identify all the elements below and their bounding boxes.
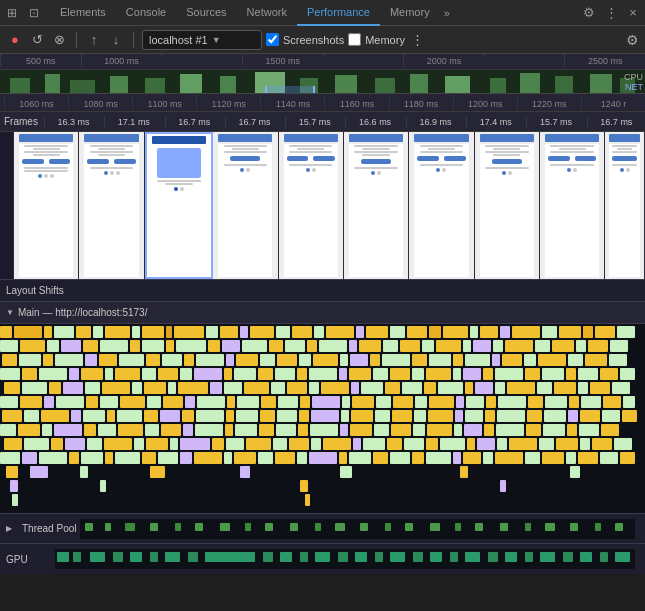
- tab-elements[interactable]: Elements: [50, 0, 116, 26]
- svg-rect-164: [271, 382, 285, 394]
- tab-console[interactable]: Console: [116, 0, 176, 26]
- svg-rect-399: [338, 552, 348, 562]
- thread-pool-section[interactable]: ▶ Thread Pool: [0, 514, 645, 544]
- svg-rect-391: [150, 552, 158, 562]
- svg-rect-245: [568, 410, 578, 422]
- svg-rect-405: [450, 552, 458, 562]
- svg-rect-344: [600, 452, 618, 464]
- svg-rect-86: [2, 354, 17, 366]
- more-options-icon[interactable]: ⋮: [603, 5, 619, 21]
- svg-rect-234: [351, 410, 373, 422]
- screenshot-thumb-1[interactable]: [79, 132, 144, 279]
- timeline-overview[interactable]: 500 ms 1000 ms 1500 ms 2000 ms 2500 ms: [0, 54, 645, 94]
- screenshot-thumb-2[interactable]: [145, 132, 213, 279]
- svg-rect-406: [465, 552, 480, 562]
- svg-rect-135: [339, 368, 347, 380]
- svg-rect-414: [615, 552, 630, 562]
- frames-label: Frames: [4, 116, 38, 127]
- svg-rect-112: [502, 354, 522, 366]
- upload-button[interactable]: ↑: [85, 31, 103, 49]
- frame-time-0: 16.3 ms: [44, 117, 102, 127]
- screenshot-thumb-6[interactable]: [409, 132, 474, 279]
- url-dropdown-icon[interactable]: ▼: [212, 35, 221, 45]
- tab-performance[interactable]: Performance: [297, 0, 380, 26]
- screenshots-checkbox[interactable]: [266, 33, 279, 46]
- svg-rect-62: [166, 340, 174, 352]
- svg-rect-59: [100, 340, 128, 352]
- svg-rect-54: [0, 340, 18, 352]
- svg-rect-352: [460, 466, 468, 478]
- svg-rect-27: [132, 326, 140, 338]
- svg-rect-304: [467, 438, 475, 450]
- svg-rect-204: [415, 396, 427, 408]
- svg-rect-370: [290, 523, 298, 531]
- screenshot-thumb-5[interactable]: [344, 132, 409, 279]
- svg-rect-407: [488, 552, 498, 562]
- svg-rect-367: [220, 523, 230, 531]
- svg-rect-32: [220, 326, 238, 338]
- svg-rect-248: [622, 410, 637, 422]
- collapse-triangle-icon[interactable]: ▼: [6, 308, 14, 317]
- svg-rect-354: [10, 480, 18, 492]
- screenshot-thumb-4[interactable]: [279, 132, 344, 279]
- svg-rect-278: [567, 424, 577, 436]
- devtools-icon-2[interactable]: ⊡: [26, 5, 42, 21]
- svg-rect-392: [165, 552, 180, 562]
- svg-rect-100: [277, 354, 297, 366]
- capture-settings-icon[interactable]: ⋮: [409, 31, 427, 49]
- tab-memory[interactable]: Memory: [380, 0, 440, 26]
- svg-rect-162: [224, 382, 242, 394]
- svg-rect-85: [610, 340, 628, 352]
- svg-rect-56: [47, 340, 59, 352]
- screenshot-thumb-9[interactable]: [605, 132, 645, 279]
- more-tabs-button[interactable]: »: [440, 7, 454, 19]
- download-button[interactable]: ↓: [107, 31, 125, 49]
- svg-rect-170: [385, 382, 400, 394]
- svg-rect-165: [287, 382, 307, 394]
- svg-rect-60: [130, 340, 140, 352]
- svg-rect-201: [352, 396, 374, 408]
- detail-tick-3: 1120 ms: [196, 94, 260, 112]
- memory-checkbox[interactable]: [348, 33, 361, 46]
- screenshot-thumb-7[interactable]: [475, 132, 540, 279]
- record-button[interactable]: ●: [6, 31, 24, 49]
- ruler-tick-3: 1500 ms: [242, 54, 323, 66]
- svg-rect-72: [359, 340, 381, 352]
- screenshots-checkbox-label[interactable]: Screenshots: [266, 33, 344, 46]
- url-selector[interactable]: localhost #1 ▼: [142, 30, 262, 50]
- clear-button[interactable]: ⊗: [50, 31, 68, 49]
- detail-tick-6: 1180 ms: [389, 94, 453, 112]
- svg-rect-31: [206, 326, 218, 338]
- svg-rect-271: [427, 424, 452, 436]
- tab-sources[interactable]: Sources: [176, 0, 236, 26]
- svg-rect-220: [83, 410, 105, 422]
- timeline-selection[interactable]: [265, 86, 315, 94]
- detail-tick-4: 1140 ms: [260, 94, 324, 112]
- toolbar-gear-icon[interactable]: ⚙: [626, 32, 639, 48]
- svg-rect-229: [260, 410, 275, 422]
- gpu-section[interactable]: GPU: [0, 544, 645, 574]
- thread-pool-collapse-icon[interactable]: ▶: [0, 524, 12, 533]
- settings-icon[interactable]: ⚙: [581, 5, 597, 21]
- gpu-label: GPU: [0, 554, 50, 565]
- svg-rect-386: [57, 552, 69, 562]
- cpu-overview-bar[interactable]: CPU NET: [0, 70, 645, 94]
- svg-rect-402: [390, 552, 405, 562]
- screenshot-thumb-0[interactable]: [14, 132, 79, 279]
- tab-network[interactable]: Network: [237, 0, 297, 26]
- main-thread-flame-chart[interactable]: [0, 324, 645, 514]
- screenshots-strip[interactable]: [0, 132, 645, 280]
- svg-rect-225: [182, 410, 194, 422]
- devtools-icon-1[interactable]: ⊞: [4, 5, 20, 21]
- reload-record-button[interactable]: ↺: [28, 31, 46, 49]
- screenshot-thumb-3[interactable]: [213, 132, 278, 279]
- svg-rect-156: [102, 382, 130, 394]
- memory-checkbox-label[interactable]: Memory: [348, 33, 405, 46]
- screenshot-thumb-8[interactable]: [540, 132, 605, 279]
- svg-rect-147: [566, 368, 576, 380]
- svg-rect-171: [402, 382, 422, 394]
- main-thread-header[interactable]: ▼ Main — http://localhost:5173/: [0, 302, 645, 324]
- svg-rect-22: [44, 326, 52, 338]
- svg-rect-279: [579, 424, 599, 436]
- close-icon[interactable]: ×: [625, 5, 641, 21]
